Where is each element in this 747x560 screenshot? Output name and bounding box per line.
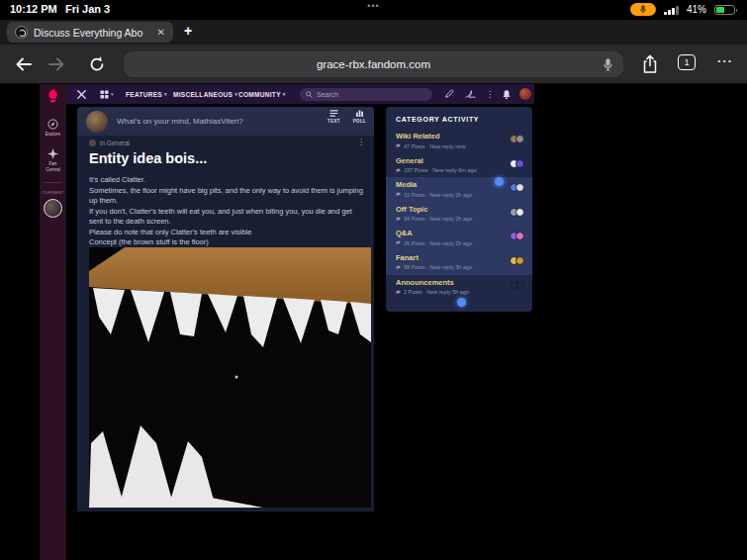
post-image-clatter-concept[interactable] [89, 247, 371, 508]
category-meta: 26 Posts · New reply 2h ago [404, 240, 472, 246]
search-input[interactable]: Search [300, 88, 432, 101]
signature-icon[interactable] [465, 84, 476, 104]
chevron-down-icon: ▾ [283, 91, 286, 97]
post-category[interactable]: in General [89, 140, 130, 146]
category-row-qa[interactable]: Q&A 26 Posts · New reply 2h ago [386, 226, 532, 250]
rail-item-explore[interactable]: Explore [46, 119, 60, 137]
cellular-signal-icon [664, 6, 682, 15]
nav-menu-features[interactable]: FEATURES▾ [126, 84, 167, 104]
battery-icon [714, 5, 735, 15]
fan-central-label: FanCentral [46, 161, 60, 172]
post-paragraph: Please do note that only Clatter's teeth… [89, 228, 364, 238]
tab-count: 1 [685, 57, 690, 67]
category-avatars [513, 208, 524, 217]
comment-bubble-icon [396, 143, 401, 148]
nav-menu-community[interactable]: COMMUNITY▾ [238, 84, 286, 104]
comment-bubble-icon [396, 290, 401, 295]
notification-bell-icon[interactable] [502, 84, 512, 104]
category-avatars [513, 159, 524, 168]
comment-bubble-icon [396, 192, 401, 197]
search-icon [306, 91, 313, 98]
wiki-home-menu[interactable]: ▾ [100, 84, 114, 104]
text-post-button[interactable]: TEXT [327, 110, 340, 124]
category-avatars [513, 135, 524, 143]
category-name[interactable]: Announcements [396, 278, 524, 287]
date: Fri Jan 3 [65, 3, 110, 15]
composer-avatar [86, 111, 108, 133]
poll-post-button[interactable]: POLL [353, 110, 366, 124]
comment-bubble-icon [396, 217, 401, 222]
category-meta: 47 Posts · New reply now [404, 143, 465, 149]
category-name[interactable]: Media [396, 180, 524, 189]
ipad-screen: 10:12 PM Fri Jan 3 ••• 41% Discuss Every… [0, 0, 747, 560]
tabs-overview-button[interactable]: 1 [678, 54, 696, 70]
post-kebab-icon[interactable]: ⋮ [357, 138, 365, 146]
wiki-nav-bar: ▾ FEATURES▾ MISCELLANEOUS▾ COMMUNITY▾ Se… [66, 84, 534, 104]
post-title[interactable]: Entity idea bois... [89, 150, 207, 166]
post-composer[interactable]: What's on your mind, MathiasViteri? TEXT… [77, 107, 374, 136]
current-wiki-avatar[interactable] [44, 199, 62, 218]
close-tab-icon[interactable]: ✕ [157, 28, 165, 38]
category-name[interactable]: Wiki Related [396, 132, 524, 140]
post-paragraph: Concept (the brown stuff is the floor) [89, 237, 364, 248]
new-tab-button[interactable]: + [184, 23, 192, 39]
current-wiki-label: CURRENT [42, 190, 63, 195]
poster-avatar [89, 140, 96, 146]
category-meta: 58 Posts · New reply 3h ago [404, 264, 472, 270]
grid-icon [100, 90, 109, 99]
comment-bubble-icon [396, 265, 401, 270]
category-avatars [513, 232, 524, 240]
explore-label: Explore [46, 132, 60, 137]
rail-item-fan-central[interactable]: FanCentral [46, 148, 60, 172]
post-category-label: in General [100, 140, 130, 146]
nav-kebab-icon[interactable]: ⋮ [486, 84, 494, 104]
category-row-announcements[interactable]: Announcements 2 Posts · New reply 5h ago [386, 275, 532, 300]
category-name[interactable]: Off Topic [396, 205, 524, 214]
tab-title: Discuss Everything Abo [34, 27, 151, 39]
user-avatar[interactable] [519, 88, 531, 100]
forward-button[interactable] [47, 55, 67, 73]
safari-tab-bar: Discuss Everything Abo ✕ + [0, 20, 747, 45]
toolbar-more-icon[interactable]: ⋯ [716, 51, 732, 70]
mic-icon [639, 5, 647, 14]
category-row-general[interactable]: General 197 Posts · New reply 9m ago [386, 153, 532, 178]
category-row-off-topic[interactable]: Off Topic 94 Posts · New reply 2h ago [386, 202, 532, 227]
share-button[interactable] [641, 54, 661, 72]
category-name[interactable]: General [396, 156, 524, 165]
category-row-media[interactable]: Media 10 Posts · New reply 2h ago [386, 177, 532, 202]
chevron-down-icon: ▾ [111, 91, 114, 97]
category-row-fanart[interactable]: Fanart 58 Posts · New reply 3h ago [386, 250, 532, 275]
back-button[interactable] [14, 55, 34, 73]
comment-bubble-icon [396, 240, 401, 245]
comment-bubble-icon [396, 168, 401, 173]
category-meta: 197 Posts · New reply 9m ago [404, 167, 477, 173]
rail-divider [45, 182, 61, 183]
battery-percent: 41% [687, 4, 706, 15]
category-name[interactable]: Q&A [396, 229, 524, 237]
composer-prompt[interactable]: What's on your mind, MathiasViteri? [117, 117, 243, 126]
category-activity-title: CATEGORY ACTIVITY [386, 107, 532, 129]
voice-search-icon[interactable] [603, 57, 613, 75]
nav-menu-miscellaneous[interactable]: MISCELLANEOUS▾ [173, 84, 237, 104]
category-avatars [513, 281, 524, 290]
text-lines-icon [329, 110, 338, 117]
category-row-wiki-related[interactable]: Wiki Related 47 Posts · New reply now [386, 129, 532, 153]
category-meta: 94 Posts · New reply 2h ago [404, 216, 472, 222]
multitask-handle-icon[interactable]: ••• [367, 1, 379, 11]
poll-chart-icon [355, 110, 364, 117]
reload-button[interactable] [88, 55, 108, 73]
clock: 10:12 PM [10, 3, 57, 15]
browser-tab[interactable]: Discuss Everything Abo ✕ [7, 22, 173, 43]
fandom-logo-icon[interactable] [46, 88, 60, 107]
post-paragraph: It's called Clatter. [89, 175, 364, 186]
safari-toolbar: grace-rbx.fandom.com 1 ⋯ [0, 45, 747, 84]
edit-icon[interactable] [444, 84, 454, 104]
fan-central-icon [47, 148, 58, 159]
composer-actions: TEXT POLL [327, 110, 366, 124]
site-favicon [15, 26, 28, 39]
post-paragraph: If you don't, Clatter's teeth will eat y… [89, 207, 364, 228]
category-name[interactable]: Fanart [396, 253, 524, 262]
wiki-mark-icon[interactable] [76, 84, 87, 104]
address-bar[interactable]: grace-rbx.fandom.com [124, 51, 623, 77]
pointer-dot [457, 298, 466, 307]
